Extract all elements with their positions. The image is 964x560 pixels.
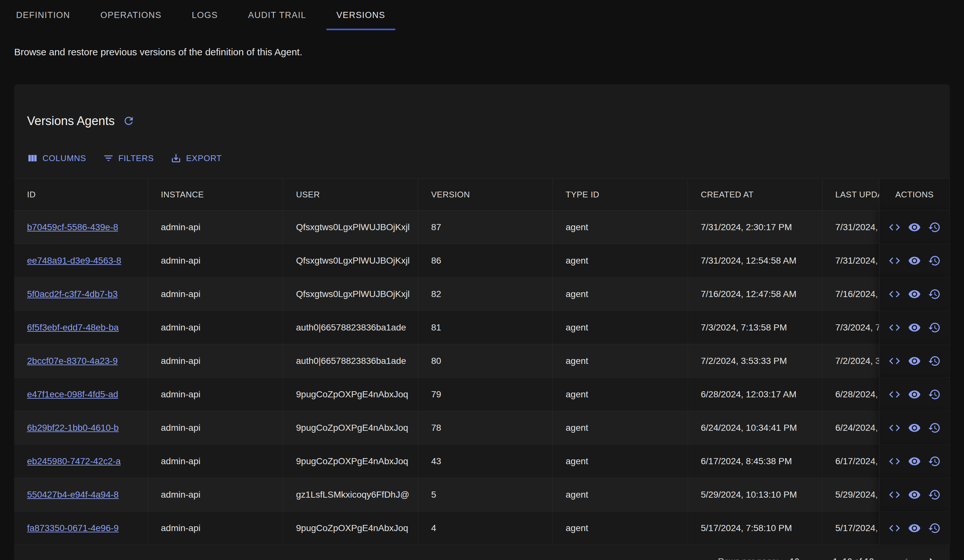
restore-version-button[interactable] — [926, 520, 943, 537]
cell-type-id: agent — [553, 278, 688, 310]
code-icon — [888, 288, 901, 300]
view-code-button[interactable] — [886, 252, 903, 269]
view-version-button[interactable] — [906, 286, 923, 302]
view-code-button[interactable] — [886, 453, 903, 470]
code-icon — [888, 321, 901, 334]
column-header-last-update[interactable]: LAST UPDATE — [822, 179, 879, 210]
tab-audit-trail[interactable]: AUDIT TRAIL — [238, 0, 317, 30]
cell-type-id: agent — [553, 445, 688, 478]
column-header-instance[interactable]: INSTANCE — [148, 179, 283, 210]
version-id-link[interactable]: 5f0acd2f-c3f7-4db7-b3 — [27, 289, 118, 299]
tab-label: VERSIONS — [337, 10, 386, 20]
cell-id: ee748a91-d3e9-4563-8 — [14, 244, 148, 277]
column-header-created-at[interactable]: CREATED AT — [688, 179, 822, 210]
cell-instance: admin-api — [148, 311, 283, 344]
version-id-link[interactable]: fa873350-0671-4e96-9 — [27, 523, 119, 533]
view-version-button[interactable] — [906, 252, 923, 269]
view-code-button[interactable] — [886, 353, 903, 369]
cell-type-id: agent — [553, 478, 688, 511]
cell-id: 5f0acd2f-c3f7-4db7-b3 — [14, 278, 148, 310]
code-icon — [888, 522, 901, 535]
version-id-link[interactable]: 6f5f3ebf-edd7-48eb-ba — [27, 323, 119, 333]
column-header-id[interactable]: ID — [14, 179, 148, 210]
cell-version: 79 — [418, 378, 553, 411]
version-id-link[interactable]: ee748a91-d3e9-4563-8 — [27, 256, 121, 266]
view-version-button[interactable] — [906, 419, 923, 436]
restore-version-button[interactable] — [926, 486, 943, 503]
refresh-button[interactable] — [121, 114, 136, 128]
restore-version-button[interactable] — [926, 386, 943, 403]
panel-title: Versions Agents — [27, 113, 115, 128]
cell-actions — [879, 411, 950, 444]
cell-user: Qfsxgtws0LgxPlWUJBOjKxjl — [283, 278, 418, 310]
cell-user: Qfsxgtws0LgxPlWUJBOjKxjl — [283, 211, 418, 243]
cell-user: 9pugCoZpOXPgE4nAbxJoq — [283, 378, 418, 411]
cell-id: eb245980-7472-42c2-a — [14, 445, 148, 478]
restore-icon — [928, 455, 941, 468]
column-header-user[interactable]: USER — [283, 179, 418, 210]
view-version-button[interactable] — [906, 353, 923, 369]
view-code-button[interactable] — [886, 319, 903, 336]
column-header-type-id[interactable]: TYPE ID — [553, 179, 688, 210]
cell-instance: admin-api — [148, 411, 283, 444]
rows-per-page-value: 10 — [790, 557, 799, 560]
view-code-button[interactable] — [886, 520, 903, 537]
version-id-link[interactable]: 2bccf07e-8370-4a23-9 — [27, 356, 118, 366]
cell-id: 6b29bf22-1bb0-4610-b — [14, 411, 148, 444]
restore-version-button[interactable] — [926, 453, 943, 470]
column-header-version[interactable]: VERSION — [418, 179, 553, 210]
cell-last-update: 7/2/2024, 3:53 — [822, 344, 879, 377]
table-header-row: ID INSTANCE USER VERSION TYPE ID CREATED… — [14, 179, 950, 211]
view-version-button[interactable] — [906, 386, 923, 403]
view-version-button[interactable] — [906, 219, 923, 235]
columns-button[interactable]: COLUMNS — [22, 150, 91, 166]
export-button[interactable]: EXPORT — [165, 150, 227, 166]
view-code-button[interactable] — [886, 219, 903, 235]
view-code-button[interactable] — [886, 486, 903, 503]
cell-version: 82 — [418, 278, 553, 310]
view-version-button[interactable] — [906, 453, 923, 470]
version-id-link[interactable]: 6b29bf22-1bb0-4610-b — [27, 423, 119, 433]
cell-actions — [879, 511, 950, 545]
view-code-button[interactable] — [886, 419, 903, 436]
cell-user: 9pugCoZpOXPgE4nAbxJoq — [283, 445, 418, 478]
cell-instance: admin-api — [148, 278, 283, 310]
view-version-button[interactable] — [906, 520, 923, 537]
tab-definition[interactable]: DEFINITION — [6, 0, 80, 30]
cell-last-update: 7/3/2024, 7:13 — [822, 311, 879, 344]
tab-logs[interactable]: LOGS — [181, 0, 228, 30]
chevron-down-icon — [801, 556, 812, 560]
restore-version-button[interactable] — [926, 219, 943, 235]
cell-user: auth0|66578823836ba1ade — [283, 344, 418, 377]
tab-versions[interactable]: VERSIONS — [326, 0, 396, 30]
refresh-icon — [122, 115, 135, 127]
cell-version: 5 — [418, 478, 553, 511]
cell-type-id: agent — [553, 511, 688, 545]
filters-button[interactable]: FILTERS — [98, 150, 159, 166]
version-id-link[interactable]: eb245980-7472-42c2-a — [27, 456, 120, 466]
cell-user: 9pugCoZpOXPgE4nAbxJoq — [283, 411, 418, 444]
cell-actions — [879, 244, 950, 277]
previous-page-button[interactable] — [896, 552, 915, 560]
restore-version-button[interactable] — [926, 353, 943, 369]
view-code-button[interactable] — [886, 386, 903, 403]
version-id-link[interactable]: b70459cf-5586-439e-8 — [27, 222, 118, 232]
view-version-button[interactable] — [906, 486, 923, 503]
next-page-button[interactable] — [922, 552, 941, 560]
restore-version-button[interactable] — [926, 319, 943, 336]
code-icon — [888, 388, 901, 401]
restore-version-button[interactable] — [926, 286, 943, 302]
version-id-link[interactable]: e47f1ece-098f-4fd5-ad — [27, 389, 118, 399]
restore-icon — [928, 321, 941, 334]
rows-per-page-select[interactable]: 10 — [790, 556, 812, 560]
view-version-button[interactable] — [906, 319, 923, 336]
eye-icon — [908, 321, 921, 334]
eye-icon — [908, 455, 921, 468]
restore-version-button[interactable] — [926, 252, 943, 269]
eye-icon — [908, 254, 921, 267]
cell-actions — [879, 311, 950, 344]
restore-version-button[interactable] — [926, 419, 943, 436]
version-id-link[interactable]: 550427b4-e94f-4a94-8 — [27, 490, 119, 500]
tab-operations[interactable]: OPERATIONS — [90, 0, 172, 30]
view-code-button[interactable] — [886, 286, 903, 302]
